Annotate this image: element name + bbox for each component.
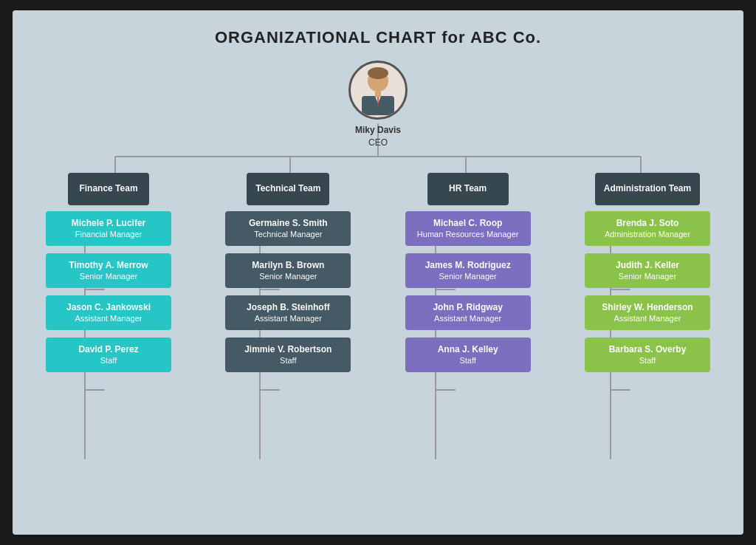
admin-card-1: Judith J. Keller Senior Manager — [585, 253, 710, 288]
finance-card-0: Michele P. Lucifer Financial Manager — [46, 211, 171, 246]
admin-card-3: Barbara S. Overby Staff — [585, 337, 710, 372]
hr-team-header: HR Team — [427, 173, 509, 205]
finance-card-3: David P. Perez Staff — [46, 337, 171, 372]
finance-cards: Michele P. Lucifer Financial Manager Tim… — [46, 211, 171, 372]
admin-team-header: Administration Team — [595, 173, 700, 205]
admin-cards: Brenda J. Soto Administration Manager Ju… — [585, 211, 710, 372]
finance-card-1: Timothy A. Merrow Senior Manager — [46, 253, 171, 288]
ceo-section: Miky Davis CEO — [27, 61, 729, 149]
org-wrapper: Miky Davis CEO Finance Team Michele P. L… — [27, 61, 729, 372]
admin-card-2: Shirley W. Henderson Assistant Manager — [585, 295, 710, 330]
svg-point-27 — [368, 67, 388, 79]
hr-card-1: James M. Rodriguez Senior Manager — [405, 253, 531, 288]
technical-team-column: Technical Team Germaine S. Smith Technic… — [207, 173, 369, 372]
admin-card-0: Brenda J. Soto Administration Manager — [585, 211, 710, 246]
person-icon — [356, 65, 400, 115]
hr-cards: Michael C. Roop Human Resources Manager … — [405, 211, 531, 372]
technical-card-0: Germaine S. Smith Technical Manager — [225, 211, 351, 246]
technical-team-header: Technical Team — [247, 173, 329, 205]
teams-row: Finance Team Michele P. Lucifer Financia… — [27, 173, 729, 372]
hr-card-2: John P. Ridgway Assistant Manager — [405, 295, 531, 330]
admin-team-column: Administration Team Brenda J. Soto Admin… — [566, 173, 729, 372]
technical-cards: Germaine S. Smith Technical Manager Mari… — [225, 211, 351, 372]
ceo-label: Miky Davis CEO — [355, 124, 401, 149]
chart-title: ORGANIZATIONAL CHART for ABC Co. — [27, 28, 729, 47]
ceo-avatar — [348, 61, 408, 120]
hr-card-0: Michael C. Roop Human Resources Manager — [405, 211, 531, 246]
technical-card-1: Marilyn B. Brown Senior Manager — [225, 253, 351, 288]
finance-team-column: Finance Team Michele P. Lucifer Financia… — [27, 173, 190, 372]
technical-card-3: Jimmie V. Robertson Staff — [225, 337, 351, 372]
technical-card-2: Joseph B. Steinhoff Assistant Manager — [225, 295, 351, 330]
svg-rect-31 — [375, 92, 381, 97]
hr-team-column: HR Team Michael C. Roop Human Resources … — [387, 173, 549, 372]
finance-team-header: Finance Team — [68, 173, 149, 205]
chart-container: ORGANIZATIONAL CHART for ABC Co. — [13, 10, 743, 535]
hr-card-3: Anna J. Kelley Staff — [405, 337, 531, 372]
finance-card-2: Jason C. Jankowski Assistant Manager — [46, 295, 171, 330]
